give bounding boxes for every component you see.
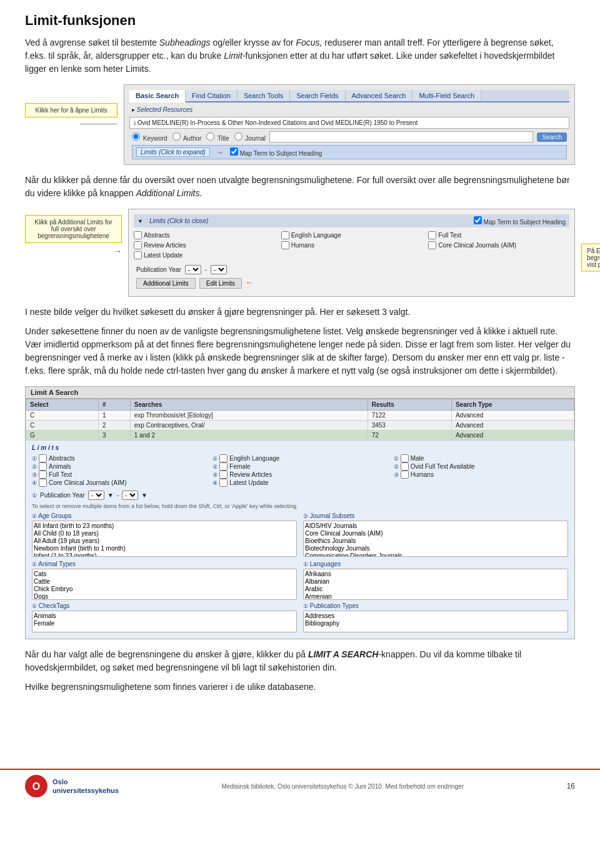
cb3-eng-lang[interactable] xyxy=(219,454,228,462)
cb3-abstracts[interactable] xyxy=(39,454,47,462)
list-item[interactable]: Cattle xyxy=(34,578,295,586)
ss2-inner: ▼ Limits (Click to close) Map Term to Su… xyxy=(128,209,575,297)
list-item[interactable]: Albanian xyxy=(305,578,566,586)
age-groups-list[interactable]: All Infant (birth to 23 months) All Chil… xyxy=(32,521,297,557)
list-item[interactable]: Chick Embryo xyxy=(34,586,295,593)
journal-subsets-group: ① Journal Subsets AIDS/HIV Journals Core… xyxy=(303,512,568,557)
radio-keyword[interactable] xyxy=(132,132,140,141)
tab-multi-field[interactable]: Multi-Field Search xyxy=(412,90,481,101)
cb-full-text[interactable] xyxy=(428,231,436,239)
list-item[interactable]: All Child (0 to 18 years) xyxy=(34,530,295,537)
radio-title[interactable] xyxy=(206,132,214,141)
ss3-note: To select or remove multiple items from … xyxy=(32,503,568,509)
table-row: C 1 exp Thrombosis/et [Etiology] 7122 Ad… xyxy=(26,411,574,421)
page-title: Limit-funksjonen xyxy=(25,12,575,29)
list-item[interactable]: Infant (1 to 23 months) xyxy=(34,552,295,557)
col-searches: Searches xyxy=(130,399,368,411)
list-item[interactable]: Animals xyxy=(34,612,295,620)
cb-abstracts[interactable] xyxy=(134,231,142,239)
languages-group: ① Languages Afrikaans Albanian Arabic Ar… xyxy=(303,561,568,600)
list-item[interactable]: Bioethics Journals xyxy=(305,537,566,545)
map-term-check2[interactable] xyxy=(474,216,482,224)
screenshot3: Limit A Search Select # Searches Results… xyxy=(25,386,575,639)
list-item[interactable]: Dogs xyxy=(34,593,295,600)
list-item[interactable]: Cats xyxy=(34,571,295,578)
col-results: Results xyxy=(368,399,451,411)
list-item[interactable]: Newborn Infant (birth to 1 month) xyxy=(34,545,295,552)
col-search-type: Search Type xyxy=(451,399,574,411)
tab-find-citation[interactable]: Find Citation xyxy=(186,90,238,101)
cb-review-articles[interactable] xyxy=(134,241,142,249)
languages-label: ① Languages xyxy=(303,561,568,567)
pub-types-label: ① Publication Types xyxy=(303,602,568,609)
ss2-checkboxes: Abstracts Review Articles Latest Update … xyxy=(134,231,569,261)
callout1-label: Klikk her for å åpne Limits xyxy=(25,103,118,117)
ss3-title: Limit A Search xyxy=(26,387,574,399)
ss2-pub-year: Publication Year - - - xyxy=(134,265,569,274)
cb3-female[interactable] xyxy=(219,462,228,471)
cell-search-2: exp Contraceptives, Oral/ xyxy=(130,421,368,431)
cb3-male[interactable] xyxy=(401,454,409,462)
cb-english-lang[interactable] xyxy=(281,231,289,239)
radio-author[interactable] xyxy=(172,132,181,141)
list-item[interactable]: Female xyxy=(34,620,295,627)
cell-num-1: 1 xyxy=(99,411,131,421)
pub-year-from-select[interactable]: - xyxy=(88,491,104,500)
list-item[interactable]: Core Clinical Journals (AIM) xyxy=(305,530,566,537)
cb3-animals[interactable] xyxy=(39,462,47,471)
cell-num-2: 2 xyxy=(99,421,131,431)
cb3-core-clinical[interactable] xyxy=(39,479,47,487)
edit-limits-button[interactable]: Edit Limits xyxy=(199,278,242,289)
additional-limits-button[interactable]: Additional Limits xyxy=(136,278,196,289)
pub-year-from[interactable]: - xyxy=(185,265,201,274)
pub-year-to[interactable]: - xyxy=(211,265,227,274)
tab-advanced-search[interactable]: Advanced Search xyxy=(346,90,413,101)
list-item[interactable]: Communication Disorders Journals xyxy=(305,552,566,557)
cb3-full-text[interactable] xyxy=(39,471,47,479)
footer-logo-text: Oslouniversitetssykehus xyxy=(52,777,119,796)
list-item[interactable]: Biotechnology Journals xyxy=(305,545,566,552)
languages-list[interactable]: Afrikaans Albanian Arabic Armenian Azerb… xyxy=(303,569,568,600)
cb3-humans[interactable] xyxy=(401,471,409,479)
pub-year-label: Publication Year xyxy=(40,492,85,499)
check-tags-label: ① CheckTags xyxy=(32,602,297,609)
pub-year-to-select[interactable]: - xyxy=(122,491,138,500)
tab-search-tools[interactable]: Search Tools xyxy=(238,90,290,101)
table-row: C 2 exp Contraceptives, Oral/ 3453 Advan… xyxy=(26,421,574,431)
ss3-limits-col1: ① Abstracts ② Animals ③ Full Text ④ Core… xyxy=(32,454,206,487)
list-item[interactable]: AIDS/HIV Journals xyxy=(305,522,566,530)
cb-core-clinical[interactable] xyxy=(428,241,436,249)
ss3-limits-header: L i m i t s xyxy=(32,444,568,451)
cb3-ovid-full-text[interactable] xyxy=(401,462,409,471)
journal-subsets-list[interactable]: AIDS/HIV Journals Core Clinical Journals… xyxy=(303,521,568,557)
search-history-table: Select # Searches Results Search Type C … xyxy=(26,399,574,441)
search-button[interactable]: Search xyxy=(537,132,567,142)
paragraph-2: Når du klikker på denne får du oversikt … xyxy=(25,174,575,200)
list-item[interactable]: Afrikaans xyxy=(305,571,566,578)
ss3-limits-col2: ① English Language ② Female ③ Review Art… xyxy=(212,454,387,487)
tab-search-fields[interactable]: Search Fields xyxy=(290,90,345,101)
cb3-review-art[interactable] xyxy=(219,471,228,479)
col-num: # xyxy=(99,399,131,411)
paragraph-6: Hvilke begrensningsmulighetene som finne… xyxy=(25,681,575,694)
screenshot2-container: Klikk på Additional Limits for full over… xyxy=(25,209,575,297)
limits-label[interactable]: Limits (Click to expand) xyxy=(136,147,210,157)
search-input[interactable] xyxy=(269,131,533,142)
check-tags-list[interactable]: Animals Female xyxy=(32,611,297,632)
cb3-latest-upd[interactable] xyxy=(219,479,228,487)
cb-latest-update[interactable] xyxy=(134,251,142,259)
list-item[interactable]: Bibliography xyxy=(305,620,566,627)
list-item[interactable]: All Infant (birth to 23 months) xyxy=(34,522,295,530)
list-item[interactable]: Armenian xyxy=(305,593,566,600)
animal-types-group: ① Animal Types Cats Cattle Chick Embryo … xyxy=(32,561,297,600)
radio-journal[interactable] xyxy=(234,132,242,141)
list-item[interactable]: Arabic xyxy=(305,586,566,593)
map-term-checkbox[interactable] xyxy=(230,147,238,156)
list-item[interactable]: All Adult (19 plus years) xyxy=(34,537,295,545)
check-tags-group: ① CheckTags Animals Female xyxy=(32,602,297,632)
cb-humans[interactable] xyxy=(281,241,289,249)
pub-types-list[interactable]: Addresses Bibliography xyxy=(303,611,568,632)
list-item[interactable]: Addresses xyxy=(305,612,566,620)
tab-basic-search[interactable]: Basic Search xyxy=(129,90,186,102)
animal-types-list[interactable]: Cats Cattle Chick Embryo Dogs Goats xyxy=(32,569,297,600)
